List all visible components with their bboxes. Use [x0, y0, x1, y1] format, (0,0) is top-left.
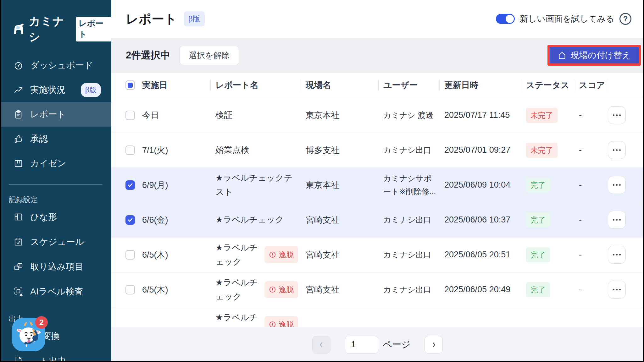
sidebar-item-label: ひな形 [30, 211, 57, 223]
sidebar-item-status[interactable]: 実施状況 β版 [0, 78, 111, 102]
table-row[interactable]: 6/5(木) ★ラベルチェック 逸脱 宮崎支社 カミナシ出口 2025/06/0… [111, 237, 644, 272]
cell-updated: 2025/06/06 10:37 [439, 202, 521, 237]
cell-score: - [574, 237, 608, 272]
table-row[interactable]: 6/5(木) ★ラベルチェック 逸脱 宮崎支社 カミナシ出口 2025/06/0… [111, 272, 644, 307]
selected-count: 2件選択中 [126, 49, 170, 62]
page-number-input[interactable] [345, 336, 378, 354]
cell-site: 東京本社 [301, 98, 378, 133]
trend-icon [14, 85, 23, 95]
sidebar-divider [9, 184, 102, 185]
col-report: レポート名 [210, 73, 301, 98]
beta-badge: β版 [81, 83, 101, 97]
cell-site: 宮崎支社 [301, 237, 378, 272]
unread-badge: 2 [35, 316, 48, 329]
row-menu-button[interactable] [608, 141, 626, 159]
cell-date: 6/6(金) [142, 202, 210, 237]
table-header-row: 実施日 レポート名 現場名 ユーザー 更新日時 ステータス スコア [111, 73, 644, 98]
cell-report: ★ラベルチェック [215, 276, 260, 304]
table-row-partial[interactable]: ★ラベルチェック 逸脱 [111, 307, 644, 327]
section-title: 記録設定 [9, 195, 111, 205]
cell-date: 7/1(火) [142, 133, 210, 167]
cell-user: カミナシ出口 [378, 272, 439, 307]
row-checkbox[interactable] [125, 215, 135, 225]
cell-report: 始業点検 [215, 143, 249, 157]
alert-circle-icon [269, 286, 276, 293]
brand-logo[interactable]: カミナシ レポート [13, 14, 111, 45]
sidebar-item-import[interactable]: 取り込み項目 [0, 254, 111, 279]
sidebar-item-dashboard[interactable]: ダッシュボード [0, 53, 111, 78]
prev-page-button[interactable] [312, 336, 330, 354]
cell-site [301, 307, 378, 327]
toggle-knob [506, 15, 514, 23]
help-icon[interactable]: ? [619, 13, 631, 25]
sidebar-item-kaizen[interactable]: カイゼン [0, 151, 111, 176]
cell-user: カミナシ 渡邊 [378, 98, 439, 133]
sidebar-item-approval[interactable]: 承認 [0, 127, 111, 151]
sidebar-item-label: 実施状況 [30, 84, 65, 96]
sidebar-item-label: AIラベル検査 [30, 286, 83, 298]
select-all-checkbox[interactable] [125, 80, 135, 90]
row-checkbox[interactable] [125, 111, 135, 120]
page-label: ページ [383, 338, 410, 351]
table-row[interactable]: 6/6(金) ★ラベルチェック 宮崎支社 カミナシ出口 2025/06/06 1… [111, 202, 644, 237]
cell-user: カミナシ出口 [378, 133, 439, 167]
cell-user: カミナシサポート※削除修... [378, 167, 439, 202]
next-page-button[interactable] [425, 336, 443, 354]
row-checkbox[interactable] [125, 145, 135, 155]
row-menu-button[interactable] [608, 176, 626, 194]
deviation-badge: 逸脱 [264, 316, 298, 327]
cell-site: 宮崎支社 [301, 272, 378, 307]
deviation-badge: 逸脱 [264, 246, 298, 263]
cell-site: 宮崎支社 [301, 202, 378, 237]
cell-score: - [574, 133, 608, 167]
row-checkbox[interactable] [125, 285, 135, 294]
layout-icon [14, 212, 23, 222]
import-grid-icon [14, 262, 23, 272]
row-checkbox[interactable] [125, 180, 135, 190]
status-badge: 完了 [526, 282, 550, 297]
toggle-label: 新しい画面を試してみる [520, 13, 614, 25]
cell-report: ★ラベルチェック [215, 310, 260, 327]
row-menu-button[interactable] [608, 281, 626, 299]
new-ui-toggle[interactable] [496, 14, 515, 24]
alert-circle-icon [269, 321, 276, 327]
cell-score [574, 307, 608, 327]
annotation-highlight: 現場の付け替え [547, 45, 641, 66]
cell-report: ★ラベルチェックテスト [215, 171, 301, 199]
row-checkbox[interactable] [125, 250, 135, 260]
row-menu-button[interactable] [608, 106, 626, 124]
reassign-site-button[interactable]: 現場の付け替え [550, 47, 639, 63]
sidebar-item-template[interactable]: ひな形 [0, 205, 111, 229]
page-title: レポート [126, 10, 177, 28]
reassign-label: 現場の付け替え [571, 50, 631, 61]
row-menu-button[interactable] [608, 246, 626, 264]
home-icon [558, 51, 567, 60]
sidebar-item-report[interactable]: レポート [0, 102, 111, 127]
cell-report: 検証 [215, 108, 232, 122]
check-icon [127, 217, 133, 223]
file-text-icon [14, 356, 23, 362]
support-chat-launcher[interactable]: 2 [12, 318, 45, 351]
cell-updated: 2025/06/05 20:51 [439, 237, 521, 272]
cell-user: カミナシ出口 [378, 237, 439, 272]
cell-updated: 2025/06/09 10:04 [439, 167, 521, 202]
sidebar-item-ai-label[interactable]: AIラベル検査 [0, 279, 111, 304]
deviation-label: 逸脱 [279, 318, 294, 327]
cell-date: 6/9(月) [142, 167, 210, 202]
cell-report: ★ラベルチェック [215, 213, 284, 227]
report-table: 実施日 レポート名 現場名 ユーザー 更新日時 ステータス スコア 今日 検証 … [111, 73, 644, 327]
sidebar-item-label: ダッシュボード [30, 59, 93, 71]
pagination-bar: ページ [111, 327, 644, 362]
sidebar-item-label: スケジュール [30, 236, 84, 248]
table-row[interactable]: 今日 検証 東京本社 カミナシ 渡邊 2025/07/17 11:45 未完了 … [111, 98, 644, 133]
gauge-icon [14, 61, 23, 70]
table-row[interactable]: 7/1(火) 始業点検 博多支社 カミナシ出口 2025/07/01 09:27… [111, 133, 644, 167]
table-row[interactable]: 6/9(月) ★ラベルチェックテスト 東京本社 カミナシサポート※削除修... … [111, 167, 644, 202]
row-menu-button[interactable] [608, 211, 626, 229]
ai-scan-icon [14, 287, 23, 296]
clear-selection-button[interactable]: 選択を解除 [180, 46, 239, 65]
sidebar-item-schedule[interactable]: スケジュール [0, 229, 111, 254]
cell-site: 東京本社 [301, 167, 378, 202]
cell-site: 博多支社 [301, 133, 378, 167]
cell-score: - [574, 167, 608, 202]
